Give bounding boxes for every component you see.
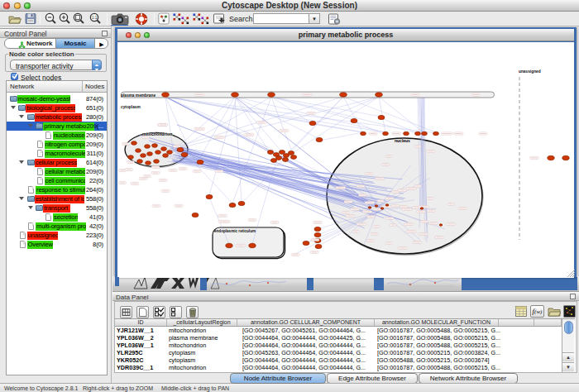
svg-text:unassigned: unassigned (519, 69, 541, 74)
svg-text:1:1: 1:1 (92, 16, 98, 20)
svg-text:mitochondrion: mitochondrion (142, 131, 172, 136)
svg-text:plasma membrane: plasma membrane (121, 93, 156, 98)
svg-text:cytoplasm: cytoplasm (121, 105, 141, 109)
svg-text:nucleus: nucleus (395, 138, 410, 143)
svg-text:endoplasmic reticulum: endoplasmic reticulum (214, 229, 256, 233)
